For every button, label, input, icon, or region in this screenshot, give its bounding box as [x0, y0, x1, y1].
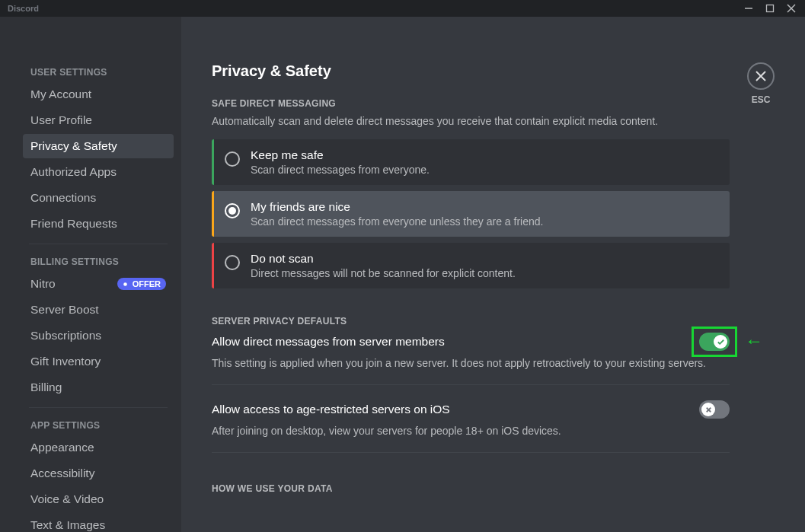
sidebar-item-label: Gift Inventory — [30, 355, 101, 368]
x-icon — [701, 403, 715, 416]
radio-my-friends-nice[interactable]: My friends are nice Scan direct messages… — [212, 191, 730, 237]
radio-icon — [225, 255, 240, 270]
sidebar-item-accessibility[interactable]: Accessibility — [23, 461, 174, 486]
sidebar-item-label: Friend Requests — [30, 217, 117, 231]
setting-allow-dm-from-members: Allow direct messages from server member… — [212, 333, 730, 385]
sidebar-item-privacy-safety[interactable]: Privacy & Safety — [23, 134, 174, 158]
svg-point-4 — [123, 282, 127, 286]
sidebar-item-label: My Account — [30, 88, 91, 101]
sidebar-item-text-images[interactable]: Text & Images — [23, 513, 174, 532]
sidebar-item-label: Appearance — [30, 441, 94, 454]
sidebar-item-label: Nitro — [30, 277, 56, 291]
sidebar-item-gift-inventory[interactable]: Gift Inventory — [23, 349, 174, 374]
sidebar-item-authorized-apps[interactable]: Authorized Apps — [23, 160, 174, 184]
safe-dm-radio-group: Keep me safe Scan direct messages from e… — [212, 139, 730, 288]
radio-label: My friends are nice — [251, 200, 543, 214]
titlebar: Discord — [0, 0, 805, 17]
radio-do-not-scan[interactable]: Do not scan Direct messages will not be … — [212, 243, 730, 288]
window-controls — [738, 0, 802, 17]
minimize-button[interactable] — [738, 0, 759, 17]
toggle-sub: After joining on desktop, view your serv… — [212, 425, 730, 437]
sidebar-item-my-account[interactable]: My Account — [23, 82, 174, 107]
check-icon — [714, 335, 727, 349]
close-icon — [747, 62, 775, 90]
radio-sub: Scan direct messages from everyone. — [251, 164, 430, 176]
sidebar-item-label: Privacy & Safety — [30, 139, 117, 153]
sidebar-item-connections[interactable]: Connections — [23, 186, 174, 210]
svg-rect-1 — [767, 5, 774, 12]
sidebar-item-nitro[interactable]: Nitro OFFER — [23, 272, 174, 296]
nitro-icon — [121, 280, 129, 288]
sidebar-item-appearance[interactable]: Appearance — [23, 435, 174, 460]
close-settings-button[interactable]: ESC — [747, 62, 775, 105]
offer-badge: OFFER — [117, 278, 166, 290]
sidebar-header-app: APP SETTINGS — [23, 416, 174, 435]
section-safe-dm-title: SAFE DIRECT MESSAGING — [212, 98, 730, 109]
settings-sidebar: USER SETTINGS My Account User Profile Pr… — [0, 17, 181, 532]
radio-label: Keep me safe — [251, 148, 430, 162]
radio-sub: Scan direct messages from everyone unles… — [251, 215, 543, 228]
radio-keep-me-safe[interactable]: Keep me safe Scan direct messages from e… — [212, 139, 730, 185]
separator — [29, 407, 168, 408]
sidebar-item-label: Billing — [30, 381, 62, 394]
page-title: Privacy & Safety — [212, 62, 730, 80]
radio-icon — [225, 203, 240, 218]
radio-label: Do not scan — [251, 252, 516, 266]
sidebar-item-server-boost[interactable]: Server Boost — [23, 298, 174, 322]
sidebar-header-user: USER SETTINGS — [23, 62, 174, 82]
sidebar-item-subscriptions[interactable]: Subscriptions — [23, 323, 174, 348]
sidebar-item-label: Text & Images — [30, 518, 105, 532]
sidebar-item-label: Voice & Video — [30, 492, 104, 506]
toggle-age-restricted[interactable] — [699, 400, 730, 419]
section-data-title: HOW WE USE YOUR DATA — [212, 483, 730, 494]
close-label: ESC — [747, 94, 775, 105]
section-safe-dm-desc: Automatically scan and delete direct mes… — [212, 115, 730, 127]
toggle-title: Allow access to age-restricted servers o… — [212, 403, 450, 416]
sidebar-item-user-profile[interactable]: User Profile — [23, 108, 174, 132]
sidebar-item-label: Accessibility — [30, 467, 94, 480]
badge-text: OFFER — [133, 279, 161, 288]
sidebar-item-billing[interactable]: Billing — [23, 375, 174, 400]
sidebar-item-label: Authorized Apps — [30, 165, 117, 179]
sidebar-item-label: Server Boost — [30, 303, 99, 317]
radio-icon — [225, 151, 240, 167]
content-area: ESC Privacy & Safety SAFE DIRECT MESSAGI… — [181, 17, 805, 532]
toggle-sub: This setting is applied when you join a … — [212, 357, 730, 369]
toggle-title: Allow direct messages from server member… — [212, 335, 445, 349]
sidebar-item-label: Connections — [30, 191, 96, 205]
sidebar-item-label: Subscriptions — [30, 329, 101, 342]
section-server-privacy-title: SERVER PRIVACY DEFAULTS — [212, 316, 730, 327]
setting-age-restricted-ios: Allow access to age-restricted servers o… — [212, 400, 730, 453]
sidebar-item-label: User Profile — [30, 113, 92, 127]
separator — [29, 244, 168, 244]
sidebar-header-billing: BILLING SETTINGS — [23, 252, 174, 272]
sidebar-item-voice-video[interactable]: Voice & Video — [23, 487, 174, 511]
close-window-button[interactable] — [781, 0, 802, 17]
radio-sub: Direct messages will not be scanned for … — [251, 267, 516, 279]
app-name: Discord — [8, 4, 39, 13]
sidebar-item-friend-requests[interactable]: Friend Requests — [23, 212, 174, 236]
toggle-allow-dm[interactable] — [699, 333, 730, 351]
maximize-button[interactable] — [759, 0, 781, 17]
